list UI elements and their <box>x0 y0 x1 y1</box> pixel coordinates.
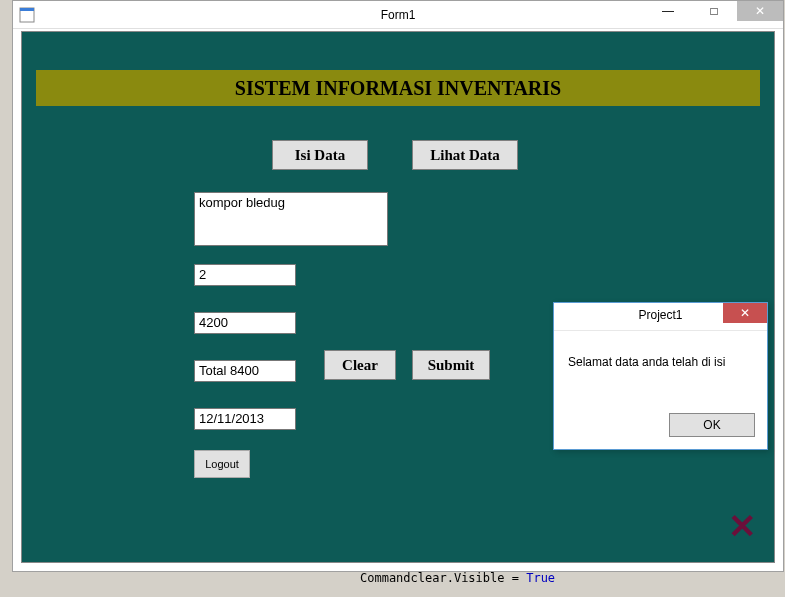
dialog-close-button[interactable]: ✕ <box>723 303 767 323</box>
app-icon <box>19 7 35 23</box>
window-controls: — □ ✕ <box>645 1 783 21</box>
isi-data-button[interactable]: Isi Data <box>272 140 368 170</box>
quantity-field[interactable]: 2 <box>194 264 296 286</box>
code-behind-snippet: Commandclear.Visible = True <box>360 572 555 584</box>
item-name-field[interactable]: kompor bledug <box>194 192 388 246</box>
total-field[interactable]: Total 8400 <box>194 360 296 382</box>
lihat-data-button[interactable]: Lihat Data <box>412 140 518 170</box>
submit-button[interactable]: Submit <box>412 350 490 380</box>
dialog-message: Selamat data anda telah di isi <box>554 331 767 379</box>
price-field[interactable]: 4200 <box>194 312 296 334</box>
svg-rect-1 <box>20 8 34 11</box>
message-dialog: Project1 ✕ Selamat data anda telah di is… <box>553 302 768 450</box>
form-body: SISTEM INFORMASI INVENTARIS Isi Data Lih… <box>21 31 775 563</box>
minimize-button[interactable]: — <box>645 1 691 21</box>
window-title: Form1 <box>381 8 416 22</box>
dialog-titlebar[interactable]: Project1 ✕ <box>554 303 767 331</box>
header-title: SISTEM INFORMASI INVENTARIS <box>235 77 561 100</box>
close-button[interactable]: ✕ <box>737 1 783 21</box>
main-window: Form1 — □ ✕ SISTEM INFORMASI INVENTARIS … <box>12 0 784 572</box>
clear-button[interactable]: Clear <box>324 350 396 380</box>
close-x-icon[interactable]: ✕ <box>728 506 756 546</box>
logout-button[interactable]: Logout <box>194 450 250 478</box>
titlebar[interactable]: Form1 — □ ✕ <box>13 1 783 29</box>
header-band: SISTEM INFORMASI INVENTARIS <box>36 70 760 106</box>
dialog-title: Project1 <box>638 308 682 322</box>
dialog-ok-button[interactable]: OK <box>669 413 755 437</box>
date-field[interactable]: 12/11/2013 <box>194 408 296 430</box>
maximize-button[interactable]: □ <box>691 1 737 21</box>
